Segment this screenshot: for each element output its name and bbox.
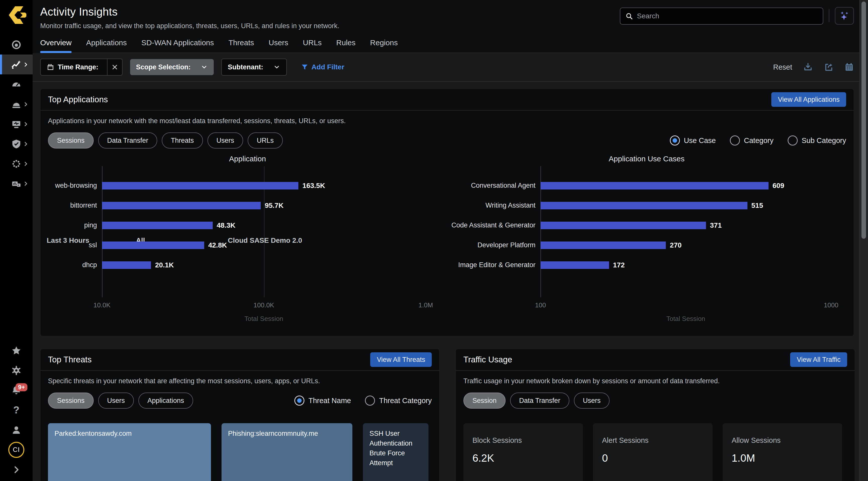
content-area: Top Applications View All Applications A… [33,82,868,481]
ai-assistant-button[interactable] [835,7,854,25]
allow-sessions-stat: Allow Sessions1.0M [722,423,842,481]
tab-applications[interactable]: Applications [86,38,127,53]
tab-urls[interactable]: URLs [303,38,322,53]
sidebar-item-inventory[interactable] [0,174,33,193]
sidebar-item-incidents[interactable] [0,94,33,114]
bar-row: dhcp20.1K [48,255,447,275]
sidebar-item-workflows[interactable] [0,114,33,134]
hub-icon [11,39,22,50]
data-transfer-toggle[interactable]: Data Transfer [510,393,569,409]
workflows-icon [11,119,22,129]
chart-plot: Conversational Agent609Writing Assistant… [447,166,846,329]
radio-threat-category[interactable]: Threat Category [365,396,432,405]
remove-time-range-button[interactable] [107,59,122,75]
users-toggle[interactable]: Users [208,132,243,149]
bar[interactable] [102,222,213,229]
card-description: Traffic usage in your network broken dow… [463,377,847,385]
page-scrollbar[interactable] [860,0,868,481]
stat-value: 1.0M [732,452,833,464]
bar[interactable] [540,222,706,229]
threats-toggle[interactable]: Threats [162,132,203,149]
threat-treemap-box[interactable]: Parked:kentonsawdy.com [48,423,211,481]
radio-dot [365,396,375,405]
sidebar-item-help[interactable]: ? [0,400,33,420]
radio-category[interactable]: Category [730,136,774,146]
scope-selection-dropdown[interactable]: Scope Selection: All [130,59,214,75]
add-filter-label: Add Filter [311,63,344,71]
sidebar-item-security[interactable] [0,134,33,154]
favorites-icon [11,345,22,356]
session-toggle[interactable]: Session [463,393,505,409]
bar[interactable] [102,241,204,249]
radio-threat-name[interactable]: Threat Name [294,396,351,405]
radio-dot [294,396,304,405]
sidebar-item-profile[interactable] [0,420,33,440]
view-all-threats-button[interactable]: View All Threats [370,352,432,367]
radio-sub-category[interactable]: Sub Category [787,136,846,146]
block-sessions-stat: Block Sessions6.2K [463,423,583,481]
subtenant-dropdown[interactable]: Subtenant: Cloud SASE Demo 2.0 [221,59,287,76]
view-all-applications-button[interactable]: View All Applications [771,92,846,107]
bar-track: 20.1K [102,255,426,275]
sidebar-item-settings[interactable] [0,360,33,380]
sidebar-item-notifications[interactable]: 9+ [0,380,33,400]
sidebar-item-dashboard[interactable] [0,74,33,94]
search-input[interactable] [637,12,818,20]
tab-threats[interactable]: Threats [228,38,254,53]
sidebar-item-integrations[interactable] [0,154,33,174]
category-label: Image Editor & Generator [447,261,540,269]
bar-row: Image Editor & Generator172 [447,255,846,275]
chevron-right-icon [23,101,29,108]
sidebar-item-activity-insights[interactable] [0,55,33,74]
download-icon[interactable] [803,62,813,72]
metric-toggle-group: SessionsUsersApplications [48,393,193,409]
search-box[interactable] [620,7,823,25]
bar[interactable] [540,202,747,209]
share-icon[interactable] [824,62,833,72]
data-transfer-toggle[interactable]: Data Transfer [98,132,157,149]
time-range-filter-chip[interactable]: Time Range: Last 3 Hours [40,59,123,76]
tab-users[interactable]: Users [269,38,288,53]
bar[interactable] [102,261,151,269]
bar[interactable] [102,202,261,209]
threat-treemap-box[interactable]: Phishing:slearncommnuity.me [221,423,352,481]
add-filter-button[interactable]: Add Filter [301,63,344,71]
sidebar-item-collapse[interactable] [0,460,33,480]
view-all-traffic-button[interactable]: View All Traffic [790,352,847,367]
category-label: ping [48,221,102,229]
value-label: 42.8K [208,241,227,249]
scrollbar-thumb[interactable] [862,1,866,239]
tab-regions[interactable]: Regions [370,38,398,53]
threat-treemap-box[interactable]: SSH User Authentication Brute Force Atte… [363,423,429,481]
schedule-icon[interactable] [844,62,854,72]
tab-rules[interactable]: Rules [336,38,355,53]
bar[interactable] [540,182,769,189]
bar-track: 95.7K [102,196,426,215]
bar[interactable] [540,261,609,269]
users-toggle[interactable]: Users [574,393,610,409]
bar-track: 270 [540,235,831,255]
radio-label: Threat Name [308,396,351,405]
category-label: dhcp [48,261,102,269]
users-toggle[interactable]: Users [98,393,134,409]
tab-overview[interactable]: Overview [40,38,71,53]
radio-use-case[interactable]: Use Case [670,136,716,146]
bar[interactable] [102,182,299,189]
top-applications-card: Top Applications View All Applications A… [40,89,854,336]
reset-button[interactable]: Reset [773,63,792,71]
category-label: ssl [48,241,102,249]
bar-row: bittorrent95.7K [48,196,447,215]
sessions-toggle[interactable]: Sessions [48,132,94,149]
sidebar-item-avatar[interactable]: CI [0,440,33,460]
applications-toggle[interactable]: Applications [138,393,193,409]
sidebar-item-hub[interactable] [0,35,33,55]
urls-toggle[interactable]: URLs [248,132,283,149]
chevron-right-icon [23,61,29,68]
tab-sd-wan-applications[interactable]: SD-WAN Applications [142,38,214,53]
sessions-toggle[interactable]: Sessions [48,393,94,409]
sidebar-item-favorites[interactable] [0,340,33,360]
calendar-icon [47,63,54,71]
bar[interactable] [540,241,666,249]
panw-logo[interactable] [0,0,33,30]
close-icon [112,64,118,70]
